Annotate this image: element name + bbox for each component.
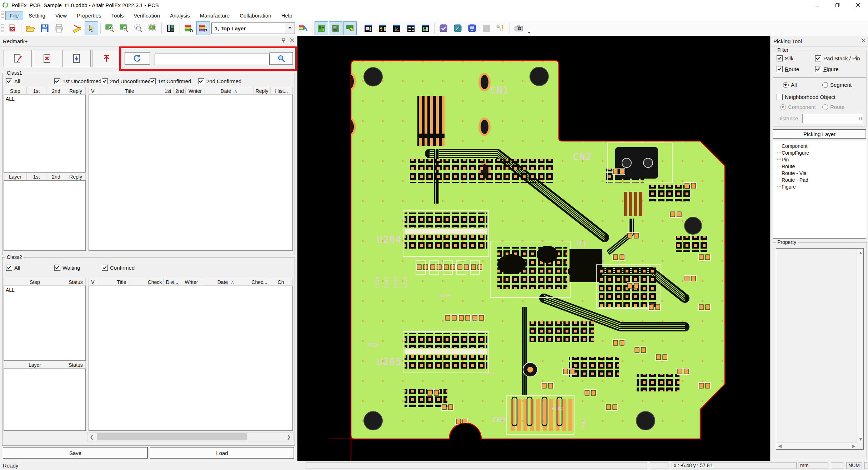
restore-button[interactable]: [827, 0, 848, 10]
col-layer[interactable]: Layer: [4, 172, 27, 180]
class1-step-table[interactable]: ALL: [4, 95, 86, 172]
menu-properties[interactable]: Properties: [72, 11, 105, 20]
zoom-out-button[interactable]: [117, 21, 131, 35]
tree-item-route-via[interactable]: Route - Via: [776, 170, 866, 176]
tree-item-figure[interactable]: Figure: [776, 183, 866, 190]
redmark-import-button[interactable]: [62, 50, 91, 67]
property-horizontal-scrollbar[interactable]: ◀ ▶: [777, 442, 857, 449]
layer-stack-a-button[interactable]: A: [182, 21, 196, 35]
col-2nd[interactable]: 2nd: [174, 87, 186, 95]
component-viewer-button[interactable]: [361, 21, 375, 35]
class1-checkbox-2nd-confirmed[interactable]: 2nd Confirmed: [198, 78, 241, 84]
class1-checkbox-2nd-unconfirmed[interactable]: 2nd Unconfirmed: [102, 78, 151, 84]
col-status[interactable]: Status: [66, 278, 86, 286]
scroll-left-arrow[interactable]: ◀: [778, 444, 782, 448]
load-button[interactable]: Load: [150, 447, 294, 459]
menu-setting[interactable]: Setting: [24, 11, 50, 20]
save-button[interactable]: [38, 21, 51, 35]
layer-stack-p-button[interactable]: P: [196, 21, 210, 35]
open-button[interactable]: [24, 21, 37, 35]
scroll-up-arrow[interactable]: ▲: [858, 250, 863, 255]
tree-item-route[interactable]: Route: [776, 163, 866, 170]
filter-checkbox-silk[interactable]: Silk: [777, 55, 793, 61]
status-resize-grip[interactable]: [864, 462, 868, 469]
class2-layer-table[interactable]: [4, 369, 86, 431]
class2-horizontal-scrollbar[interactable]: ❮ ❯: [87, 432, 293, 441]
col-writer[interactable]: Writer: [181, 278, 202, 286]
scroll-down-arrow[interactable]: ▼: [858, 437, 863, 441]
class2-checkbox-waiting[interactable]: Waiting: [54, 265, 80, 271]
col-title[interactable]: Title: [97, 278, 146, 286]
pin-icon[interactable]: [281, 38, 286, 43]
stackup-wrench-button[interactable]: [296, 21, 310, 35]
scrollbar-thumb[interactable]: [97, 433, 247, 440]
col-1st[interactable]: 1st: [27, 172, 46, 180]
board-component-button[interactable]: [329, 21, 342, 35]
axis-viewer-button[interactable]: [390, 21, 403, 35]
filter-checkbox-figure[interactable]: Figure: [815, 66, 839, 72]
menubar-grip[interactable]: [1, 11, 4, 19]
capture-button[interactable]: [512, 21, 526, 35]
col-title[interactable]: Title: [97, 87, 162, 95]
col-date[interactable]: Date ∧: [205, 87, 254, 95]
edit-check-button[interactable]: [451, 21, 465, 35]
tree-item-compfigure[interactable]: CompFigure: [776, 149, 866, 156]
filter-checkbox-route[interactable]: Route: [777, 66, 799, 72]
zoom-fit-button[interactable]: [146, 21, 159, 35]
col-1st[interactable]: 1st: [27, 87, 46, 95]
col-checker[interactable]: Chec...: [250, 278, 269, 286]
board-paint-button[interactable]: [343, 21, 357, 35]
class2-checkbox-confirmed[interactable]: Confirmed: [102, 265, 135, 271]
search-button[interactable]: [270, 52, 293, 65]
col-layer[interactable]: Layer: [4, 361, 66, 369]
menu-manufacture[interactable]: Manufacture: [196, 11, 234, 20]
layer-control-button[interactable]: [164, 21, 177, 35]
search-input[interactable]: [155, 54, 270, 65]
scroll-right-arrow[interactable]: ▶: [852, 444, 856, 448]
scroll-right-arrow[interactable]: ❯: [285, 432, 293, 441]
options-tools-button[interactable]: [494, 21, 507, 35]
menu-help[interactable]: Help: [277, 11, 297, 20]
tree-viewer-button[interactable]: [418, 21, 432, 35]
menu-analysis[interactable]: Analysis: [166, 11, 194, 20]
scroll-left-arrow[interactable]: ❮: [87, 432, 96, 441]
minimize-button[interactable]: [807, 0, 827, 10]
menu-collaboration[interactable]: Collaboration: [235, 11, 275, 20]
class1-checkbox-1st-confirmed[interactable]: 1st Confirmed: [150, 78, 191, 84]
picking-layer-button[interactable]: Picking Layer: [773, 129, 866, 139]
measure-button[interactable]: [70, 21, 84, 35]
list-viewer-button[interactable]: [404, 21, 418, 35]
refresh-button[interactable]: [125, 52, 150, 65]
close-button[interactable]: [848, 0, 868, 10]
pcb-canvas[interactable]: CN1 CN2 CN3 U204 U205 U1 R199 C235 C247 …: [297, 36, 770, 461]
class1-checkbox-all[interactable]: All: [6, 78, 20, 84]
tree-item-route-pad[interactable]: Route - Pad: [776, 176, 866, 183]
neighborhood-checkbox[interactable]: Neighborhood Object: [777, 94, 836, 100]
redmark-delete-button[interactable]: [33, 50, 61, 67]
col-step[interactable]: Step: [4, 87, 27, 95]
col-status[interactable]: Status: [66, 361, 86, 369]
filter-checkbox-padstack[interactable]: Pad Stack / Pin: [815, 55, 860, 61]
print-button[interactable]: [52, 21, 66, 35]
property-vertical-scrollbar[interactable]: ▲ ▼: [857, 249, 863, 443]
class1-checkbox-1st-unconfirmed[interactable]: 1st Unconfirmed: [54, 78, 101, 84]
col-1st[interactable]: 1st: [162, 87, 174, 95]
col-reply[interactable]: Reply: [254, 87, 271, 95]
toolbar-overflow-button[interactable]: [526, 21, 532, 36]
col-v[interactable]: V: [89, 278, 97, 286]
table-row[interactable]: ALL: [4, 286, 85, 294]
menu-verification[interactable]: Verification: [130, 11, 164, 20]
col-step[interactable]: Step: [4, 278, 66, 286]
layer-combo-arrow[interactable]: [285, 23, 295, 33]
table-row[interactable]: ALL: [4, 95, 85, 103]
class1-main-table[interactable]: [89, 95, 293, 251]
col-division[interactable]: Divi...: [164, 278, 181, 286]
toolbar-grip[interactable]: [1, 24, 4, 32]
redmark-upload-button[interactable]: [92, 50, 120, 67]
col-reply[interactable]: Reply: [66, 172, 86, 180]
col-history[interactable]: Hist...: [271, 87, 293, 95]
redmark-new-button[interactable]: [4, 50, 32, 67]
menu-tools[interactable]: Tools: [107, 11, 128, 20]
menu-file[interactable]: File: [6, 11, 23, 20]
col-2nd[interactable]: 2nd: [46, 87, 66, 95]
